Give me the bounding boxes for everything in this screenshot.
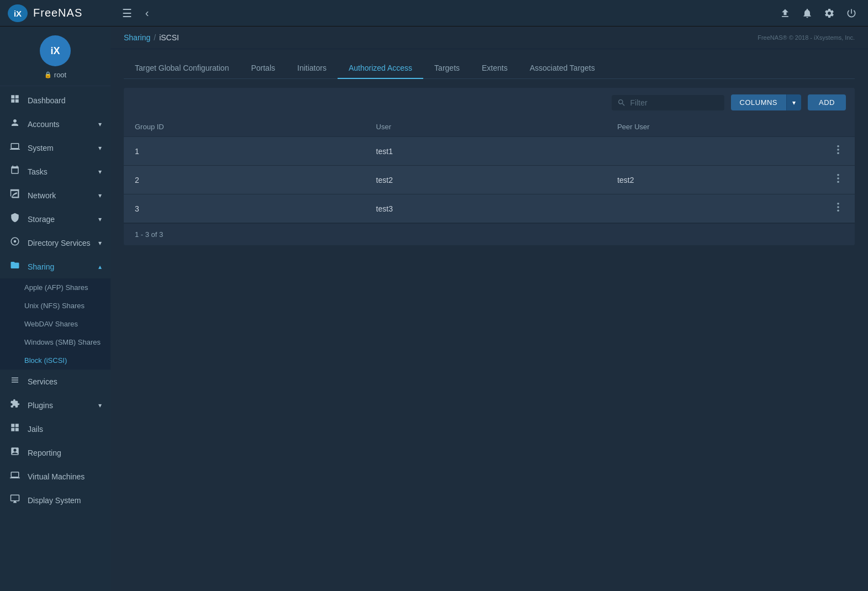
plugins-icon	[9, 399, 21, 411]
sidebar-subitem-afp[interactable]: Apple (AFP) Shares	[0, 278, 111, 297]
virtual-machines-icon	[9, 470, 21, 483]
services-icon	[9, 375, 21, 388]
avatar-text: iX	[50, 45, 60, 57]
system-icon	[9, 141, 21, 154]
sidebar-item-system[interactable]: System ▾	[0, 136, 111, 160]
bell-icon	[802, 8, 813, 19]
tab-associated-targets[interactable]: Associated Targets	[519, 58, 606, 79]
table-toolbar: COLUMNS ▾ ADD	[124, 88, 855, 117]
app-name: FreeNAS	[33, 7, 82, 19]
directory-services-icon	[9, 236, 21, 249]
sidebar-item-storage[interactable]: Storage ▾	[0, 207, 111, 231]
chevron-down-icon: ▾	[792, 99, 796, 107]
cell-group-id: 3	[124, 194, 365, 223]
tab-target-global-configuration[interactable]: Target Global Configuration	[124, 58, 240, 79]
sidebar-item-display-system[interactable]: Display System	[0, 488, 111, 512]
breadcrumb-current: iSCSI	[159, 33, 179, 42]
row-menu-button[interactable]	[833, 144, 844, 159]
authorized-access-table: Group ID User Peer User 1test12test2test…	[124, 117, 855, 223]
network-icon	[9, 189, 21, 202]
upload-button[interactable]	[775, 3, 795, 23]
tab-targets[interactable]: Targets	[423, 58, 471, 79]
svg-text:iX: iX	[14, 9, 22, 18]
sidebar-item-reporting[interactable]: Reporting	[0, 441, 111, 465]
table-row: 3test3	[124, 194, 855, 223]
svg-point-5	[837, 152, 839, 155]
breadcrumb-separator: /	[154, 33, 156, 42]
main-layout: iX 🔒 root Dashboard Accounts ▾	[0, 27, 868, 591]
lock-icon: 🔒	[44, 71, 52, 78]
tab-authorized-access[interactable]: Authorized Access	[338, 58, 423, 79]
power-button[interactable]	[841, 3, 861, 23]
sharing-icon	[9, 260, 21, 273]
col-header-group-id: Group ID	[124, 117, 365, 137]
back-icon: ‹	[145, 7, 149, 19]
cell-row-menu	[811, 194, 855, 223]
settings-button[interactable]	[819, 3, 839, 23]
back-button[interactable]: ‹	[137, 3, 157, 23]
table-body: 1test12test2test23test3	[124, 137, 855, 223]
sidebar-item-dashboard[interactable]: Dashboard	[0, 88, 111, 112]
system-arrow-icon: ▾	[98, 144, 102, 152]
sidebar-subitem-smb[interactable]: Windows (SMB) Shares	[0, 333, 111, 351]
sidebar: iX 🔒 root Dashboard Accounts ▾	[0, 27, 111, 591]
plugins-arrow-icon: ▾	[98, 402, 102, 409]
filter-wrapper	[612, 95, 724, 110]
avatar: iX	[40, 35, 71, 66]
svg-point-8	[837, 181, 839, 183]
sidebar-user-section: iX 🔒 root	[0, 27, 111, 86]
tab-initiators[interactable]: Initiators	[286, 58, 338, 79]
add-button[interactable]: ADD	[808, 94, 846, 110]
sidebar-item-tasks[interactable]: Tasks ▾	[0, 160, 111, 183]
svg-point-11	[837, 210, 839, 212]
breadcrumb: Sharing / iSCSI	[124, 33, 179, 42]
breadcrumb-bar: Sharing / iSCSI FreeNAS® © 2018 - iXsyst…	[111, 27, 868, 49]
notifications-button[interactable]	[797, 3, 817, 23]
sidebar-subitem-nfs[interactable]: Unix (NFS) Shares	[0, 297, 111, 315]
sidebar-item-services[interactable]: Services	[0, 370, 111, 393]
svg-point-6	[837, 174, 839, 176]
dashboard-icon	[9, 94, 21, 107]
filter-input[interactable]	[630, 98, 719, 107]
cell-peer-user	[606, 194, 811, 223]
col-header-user: User	[365, 117, 607, 137]
sidebar-subitem-webdav[interactable]: WebDAV Shares	[0, 315, 111, 333]
topnav: iX FreeNAS ☰ ‹	[0, 0, 868, 27]
sharing-arrow-icon: ▴	[98, 263, 102, 271]
topnav-right-actions	[775, 3, 861, 23]
cell-row-menu	[811, 166, 855, 194]
svg-point-2	[14, 240, 17, 243]
table-row: 1test1	[124, 137, 855, 166]
tab-extents[interactable]: Extents	[471, 58, 519, 79]
row-menu-button[interactable]	[833, 172, 844, 187]
columns-dropdown-button[interactable]: ▾	[786, 94, 801, 110]
row-menu-button[interactable]	[833, 201, 844, 216]
breadcrumb-parent[interactable]: Sharing	[124, 33, 150, 42]
accounts-arrow-icon: ▾	[98, 120, 102, 128]
sidebar-item-accounts[interactable]: Accounts ▾	[0, 112, 111, 136]
col-header-peer-user: Peer User	[606, 117, 811, 137]
hamburger-menu-button[interactable]: ☰	[117, 3, 137, 23]
cell-user: test1	[365, 137, 607, 166]
sidebar-item-directory-services[interactable]: Directory Services ▾	[0, 231, 111, 255]
tasks-arrow-icon: ▾	[98, 168, 102, 176]
sidebar-item-plugins[interactable]: Plugins ▾	[0, 393, 111, 417]
sharing-submenu: Apple (AFP) Shares Unix (NFS) Shares Web…	[0, 278, 111, 370]
gear-icon	[824, 8, 835, 19]
pagination-text: 1 - 3 of 3	[135, 230, 163, 239]
tasks-icon	[9, 165, 21, 178]
sidebar-item-network[interactable]: Network ▾	[0, 183, 111, 207]
columns-button[interactable]: COLUMNS	[731, 94, 787, 110]
iscsi-panel: Target Global Configuration Portals Init…	[111, 49, 868, 591]
sidebar-item-jails[interactable]: Jails	[0, 417, 111, 441]
version-text: FreeNAS® © 2018 - iXsystems, Inc.	[757, 34, 855, 41]
table-footer: 1 - 3 of 3	[124, 223, 855, 245]
tab-portals[interactable]: Portals	[240, 58, 286, 79]
jails-icon	[9, 423, 21, 435]
search-icon	[617, 98, 626, 107]
svg-point-3	[837, 145, 839, 147]
sidebar-subitem-iscsi[interactable]: Block (iSCSI)	[0, 351, 111, 370]
iscsi-tabs: Target Global Configuration Portals Init…	[124, 58, 855, 79]
sidebar-item-virtual-machines[interactable]: Virtual Machines	[0, 465, 111, 488]
sidebar-item-sharing[interactable]: Sharing ▴	[0, 255, 111, 278]
